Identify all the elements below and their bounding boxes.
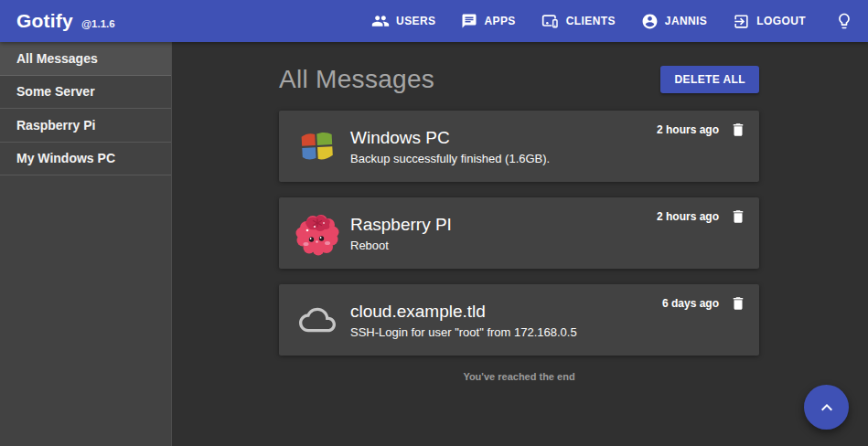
trash-icon [730,208,746,225]
nav-logout-label: LOGOUT [756,15,806,27]
nav-user-label: JANNIS [665,15,707,27]
message-title: Raspberry PI [350,214,452,236]
top-navbar: Gotify @1.1.6 USERS APPS CLIENTS JANNIS [0,0,868,42]
message-card-windows-pc: Windows PC Backup successfully finished … [279,111,759,182]
navbar-menu: USERS APPS CLIENTS JANNIS LOGOUT [371,12,853,30]
delete-all-button[interactable]: DELETE ALL [660,66,759,93]
sidebar-item-raspberry-pi[interactable]: Raspberry Pi [0,109,171,143]
nav-logout-button[interactable]: LOGOUT [733,13,806,30]
app-version: @1.1.6 [81,18,115,29]
brand: Gotify @1.1.6 [16,10,115,32]
chat-bubble-icon [461,13,477,29]
windows-logo [298,127,337,165]
sidebar-item-label: My Windows PC [16,151,115,165]
app-title: Gotify [16,10,73,32]
sidebar-item-label: Raspberry Pi [16,118,95,133]
message-timestamp: 2 hours ago [657,210,719,223]
delete-message-button[interactable] [730,208,746,225]
sidebar-item-some-server[interactable]: Some Server [0,76,171,110]
nav-apps-button[interactable]: APPS [461,13,515,29]
cloud-icon [299,302,336,338]
message-timestamp: 2 hours ago [657,123,719,136]
devices-icon [541,12,560,30]
lightbulb-icon [835,12,853,30]
nav-clients-label: CLIENTS [566,15,616,27]
delete-message-button[interactable] [730,295,746,312]
nav-users-button[interactable]: USERS [371,12,435,30]
message-title: Windows PC [350,127,550,149]
message-card-cloud-example-tld: cloud.example.tld SSH-Login for user "ro… [279,284,759,356]
account-circle-icon [641,13,659,30]
end-of-list-text: You've reached the end [279,371,759,382]
page-title: All Messages [279,65,434,94]
sidebar-item-my-windows-pc[interactable]: My Windows PC [0,143,171,176]
page-header: All Messages DELETE ALL [279,42,759,94]
nav-users-label: USERS [396,15,435,27]
chevron-up-icon [816,397,838,419]
sidebar-item-label: All Messages [16,51,98,66]
sidebar-item-all-messages[interactable]: All Messages [0,42,171,76]
users-group-icon [371,12,390,30]
main-content: All Messages DELETE ALL W [172,42,868,446]
message-body: Backup successfully finished (1.6GB). [350,152,550,165]
scroll-to-top-fab[interactable] [804,385,849,430]
nav-apps-label: APPS [484,15,515,27]
sidebar: All Messages Some Server Raspberry Pi My… [0,42,172,446]
message-timestamp: 6 days ago [662,297,719,310]
trash-icon [730,295,746,312]
message-card-raspberry-pi: Raspberry PI Reboot 2 hours ago [279,197,759,269]
theme-toggle-button[interactable] [835,12,853,30]
raspberry-logo [294,209,341,257]
nav-user-account-button[interactable]: JANNIS [641,13,707,30]
exit-to-app-icon [733,13,750,30]
delete-message-button[interactable] [730,122,746,138]
message-body: Reboot [350,239,452,252]
sidebar-item-label: Some Server [16,84,95,99]
message-title: cloud.example.tld [350,301,577,323]
trash-icon [730,122,746,138]
nav-clients-button[interactable]: CLIENTS [541,12,616,30]
message-body: SSH-Login for user "root" from 172.168.0… [350,325,577,339]
